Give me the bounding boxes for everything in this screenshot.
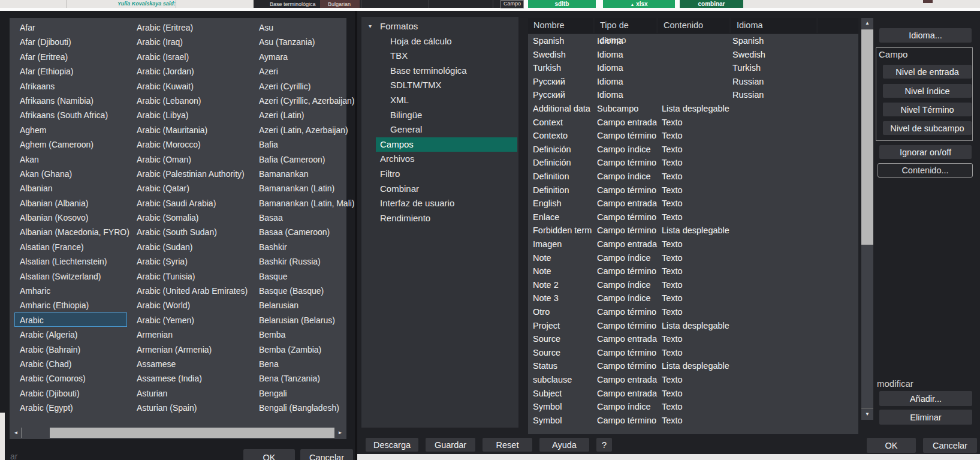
table-row[interactable]: DefinitionCampo términoTexto <box>528 184 858 197</box>
language-list-item[interactable]: Asturian <box>131 386 250 400</box>
table-row[interactable]: StatusCampo términoLista desplegable <box>528 359 858 373</box>
language-list-item[interactable]: Bamanankan (Latin) <box>254 181 345 195</box>
table-row[interactable]: ProjectCampo términoLista desplegable <box>528 319 858 333</box>
language-list-item[interactable]: Aymara <box>254 49 345 64</box>
bottom-button-descarga[interactable]: Descarga <box>366 438 418 452</box>
table-row[interactable]: SwedishIdiomaSwedish <box>528 48 858 62</box>
language-list-item[interactable]: Afar (Djibouti) <box>14 34 127 49</box>
language-list-item[interactable]: Basque <box>254 269 345 283</box>
table-row[interactable]: РусскийIdiomaRussian <box>528 88 858 102</box>
column-header-Tipo de campo[interactable]: Tipo de campo <box>595 18 656 33</box>
language-list-item[interactable]: Afrikaans (South Africa) <box>14 107 127 122</box>
cancel-button[interactable]: Cancelar <box>300 449 353 460</box>
language-list-item[interactable]: Bemba (Zambia) <box>254 342 345 356</box>
table-row[interactable]: SymbolCampo términoTexto <box>528 414 858 428</box>
language-list-item[interactable]: Arabic (Syria) <box>131 254 250 268</box>
language-list-item[interactable]: Bashkir <box>254 239 345 254</box>
scroll-left-button[interactable]: ◄ <box>11 428 21 438</box>
table-row[interactable]: ImagenCampo entradaTexto <box>528 237 858 251</box>
language-list-item[interactable]: Belarusian (Belarus) <box>254 312 345 327</box>
language-list-item[interactable]: Bafia (Cameroon) <box>254 152 345 166</box>
language-list-item[interactable]: Albanian (Albania) <box>14 196 127 210</box>
table-row[interactable]: DefiniciónCampo índiceTexto <box>528 143 858 157</box>
tree-expand-icon[interactable]: ▾ <box>369 19 372 34</box>
language-list-item[interactable]: Arabic (Bahrain) <box>14 342 127 356</box>
bottom-button-reset[interactable]: Reset <box>483 438 532 452</box>
language-list-item[interactable]: Armenian <box>131 327 250 341</box>
tree-item-rendimiento[interactable]: Rendimiento <box>361 211 517 226</box>
tree-item-archivos[interactable]: Archivos <box>361 152 517 167</box>
language-list-item[interactable]: Afar <box>14 20 127 34</box>
table-row[interactable]: Additional dataSubcampoLista desplegable <box>528 102 858 116</box>
language-list-item[interactable]: Bengali (Bangladesh) <box>254 400 345 414</box>
language-list-item[interactable]: Arabic (Lebanon) <box>131 93 250 107</box>
language-list-item[interactable]: Arabic (Libya) <box>131 107 250 122</box>
language-list-item[interactable]: Albanian <box>14 181 127 195</box>
language-list-item[interactable]: Arabic (Mauritania) <box>131 122 250 137</box>
language-list-item[interactable]: Alsatian (Liechtenstein) <box>14 254 127 268</box>
table-row[interactable]: Note 2Campo índiceTexto <box>528 278 858 292</box>
language-list-item[interactable]: Asu <box>254 20 345 34</box>
tree-item-hoja-de-c-lculo[interactable]: Hoja de cálculo <box>361 34 517 49</box>
table-row[interactable]: Note 3Campo índiceTexto <box>528 291 858 305</box>
language-list-item[interactable]: Assamese <box>131 356 250 371</box>
language-list-item[interactable]: Bena (Tanzania) <box>254 371 345 385</box>
language-list-item[interactable]: Armenian (Armenia) <box>131 342 250 356</box>
language-list-item[interactable]: Asturian (Spain) <box>131 400 250 414</box>
language-list-item[interactable]: Arabic <box>14 312 127 327</box>
bottom-button-guardar[interactable]: Guardar <box>426 438 475 452</box>
table-row[interactable]: ContextoCampo términoTexto <box>528 129 858 143</box>
language-list-item[interactable]: Arabic (United Arab Emirates) <box>131 283 250 297</box>
language-list-item[interactable]: Arabic (Djibouti) <box>14 386 127 400</box>
language-list-item[interactable]: Azeri (Cyrillic) <box>254 79 345 93</box>
nivel-button-3[interactable]: Nivel de subcampo <box>883 121 972 135</box>
table-row[interactable]: EnlaceCampo términoTexto <box>528 211 858 224</box>
language-list-item[interactable]: Arabic (Comoros) <box>14 371 127 385</box>
language-list-item[interactable]: Arabic (Egypt) <box>14 400 127 414</box>
language-list-item[interactable]: Aghem <box>14 122 127 137</box>
language-list-item[interactable]: Amharic (Ethiopia) <box>14 297 127 312</box>
language-list-item[interactable]: Bamanankan <box>254 166 345 181</box>
table-row[interactable]: SubjectCampo entradaTexto <box>528 387 858 401</box>
language-list-item[interactable]: Arabic (Saudi Arabia) <box>131 196 250 210</box>
nivel-button-0[interactable]: Nivel de entrada <box>883 65 972 79</box>
language-list-item[interactable]: Afrikaans <box>14 79 127 93</box>
language-list-item[interactable]: Arabic (Algeria) <box>14 327 127 341</box>
scroll-down-button[interactable]: ▼ <box>861 409 873 420</box>
language-list-item[interactable]: Arabic (Sudan) <box>131 239 250 254</box>
tree-item-tbx[interactable]: TBX <box>361 49 517 64</box>
table-row[interactable]: РусскийIdiomaRussian <box>528 75 858 89</box>
tree-item-biling-e[interactable]: Bilingüe <box>361 108 517 123</box>
scrollbar-track[interactable] <box>22 428 334 438</box>
language-list-item[interactable]: Azeri (Latin) <box>254 107 345 122</box>
language-list-item[interactable]: Arabic (Eritrea) <box>131 20 250 34</box>
language-list-item[interactable]: Arabic (Kuwait) <box>131 79 250 93</box>
language-list-item[interactable]: Azeri <box>254 64 345 78</box>
table-row[interactable]: SpanishIdiomaSpanish <box>528 34 858 48</box>
ok-button[interactable]: OK <box>867 438 916 453</box>
cancel-button[interactable]: Cancelar <box>923 438 977 453</box>
horizontal-scrollbar[interactable]: ◄ ► <box>11 428 345 438</box>
language-list-item[interactable]: Arabic (Chad) <box>14 356 127 371</box>
tree-item-base-terminol-gica[interactable]: Base terminológica <box>361 64 517 79</box>
ok-button[interactable]: OK <box>243 449 295 460</box>
language-list-item[interactable]: Assamese (India) <box>131 371 250 385</box>
language-list-item[interactable]: Asu (Tanzania) <box>254 34 345 49</box>
table-row[interactable]: NoteCampo términoTexto <box>528 264 858 278</box>
language-list-item[interactable]: Afrikaans (Namibia) <box>14 93 127 107</box>
language-list-item[interactable]: Afar (Ethiopia) <box>14 64 127 78</box>
tree-item-general[interactable]: General <box>361 122 517 137</box>
language-list-item[interactable]: Arabic (Iraq) <box>131 34 250 49</box>
tree-item-formatos[interactable]: Formatos▾ <box>361 19 517 34</box>
table-row[interactable]: OtroCampo términoTexto <box>528 305 858 319</box>
tree-item-filtro[interactable]: Filtro <box>361 167 517 182</box>
language-list-item[interactable]: Arabic (Oman) <box>131 152 250 166</box>
column-header-Contenido[interactable]: Contenido <box>658 18 729 33</box>
language-list-item[interactable]: Arabic (Somalia) <box>131 210 250 224</box>
table-row[interactable]: ContextCampo entradaTexto <box>528 116 858 130</box>
anadir-button[interactable]: Añadir... <box>879 391 972 406</box>
language-list-item[interactable]: Amharic <box>14 283 127 297</box>
xlsx-button[interactable]: ▲ xlsx <box>603 0 675 8</box>
table-row[interactable]: EnglishCampo entradaTexto <box>528 197 858 211</box>
idioma-button[interactable]: Idioma... <box>879 28 972 43</box>
